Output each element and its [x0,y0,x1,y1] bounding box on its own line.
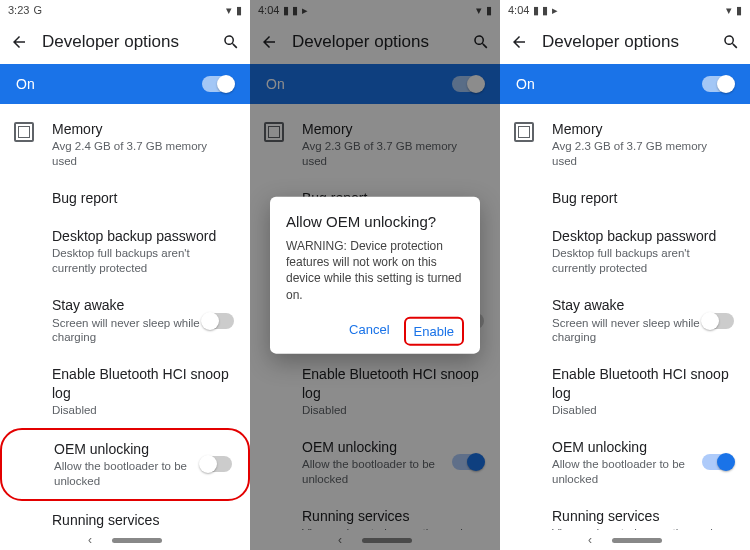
cancel-button[interactable]: Cancel [341,316,397,345]
wifi-icon: ▾ [726,4,732,17]
memory-chip-icon [14,122,34,142]
status-time: 3:23 [8,4,29,16]
master-toggle-bar[interactable]: On [500,64,750,104]
master-toggle[interactable] [202,76,234,92]
row-running[interactable]: Running servicesView and control current… [0,501,250,530]
stay-awake-toggle[interactable] [702,313,734,329]
row-stay-awake[interactable]: Stay awakeScreen will never sleep while … [500,286,750,355]
master-toggle-label: On [516,76,535,92]
status-bar: 3:23G ▾▮ [0,0,250,20]
stay-awake-toggle[interactable] [202,313,234,329]
back-icon[interactable] [10,33,28,51]
master-toggle-label: On [16,76,35,92]
battery-icon: ▮ [736,4,742,17]
master-toggle[interactable] [702,76,734,92]
oem-toggle[interactable] [702,454,734,470]
dialog-actions: Cancel Enable [286,316,464,345]
status-time: 4:04 [508,4,529,16]
row-bug-report[interactable]: Bug report [0,179,250,217]
row-hci[interactable]: Enable Bluetooth HCI snoop logDisabled [0,355,250,427]
row-bug-report[interactable]: Bug report [500,179,750,217]
row-running[interactable]: Running servicesView and control current… [500,497,750,530]
app-bar: Developer options [0,20,250,64]
nav-bar: ‹ [500,530,750,550]
row-backup[interactable]: Desktop backup passwordDesktop full back… [500,217,750,286]
nav-bar: ‹ [0,530,250,550]
memory-chip-icon [514,122,534,142]
row-memory[interactable]: MemoryAvg 2.3 GB of 3.7 GB memory used [500,110,750,179]
pane-dialog: 4:04▮ ▮ ▸ ▾▮ Developer options On Memory… [250,0,500,550]
search-icon[interactable] [722,33,740,51]
oem-toggle[interactable] [200,456,232,472]
nav-back-icon[interactable]: ‹ [88,533,92,547]
settings-list[interactable]: MemoryAvg 2.4 GB of 3.7 GB memory used B… [0,104,250,530]
back-icon[interactable] [510,33,528,51]
pane-after: 4:04▮ ▮ ▸ ▾▮ Developer options On Memory… [500,0,750,550]
row-stay-awake[interactable]: Stay awakeScreen will never sleep while … [0,286,250,355]
dialog-body: WARNING: Device protection features will… [286,238,464,303]
row-oem-unlocking[interactable]: OEM unlockingAllow the bootloader to be … [0,428,250,501]
g-icon: G [33,4,42,16]
page-title: Developer options [42,32,208,52]
row-memory[interactable]: MemoryAvg 2.4 GB of 3.7 GB memory used [0,110,250,179]
nav-home-pill[interactable] [112,538,162,543]
app-bar: Developer options [500,20,750,64]
pane-before: 3:23G ▾▮ Developer options On MemoryAvg … [0,0,250,550]
search-icon[interactable] [222,33,240,51]
page-title: Developer options [542,32,708,52]
nav-back-icon[interactable]: ‹ [588,533,592,547]
row-oem-unlocking[interactable]: OEM unlockingAllow the bootloader to be … [500,428,750,497]
enable-button[interactable]: Enable [404,316,464,345]
master-toggle-bar[interactable]: On [0,64,250,104]
status-bar: 4:04▮ ▮ ▸ ▾▮ [500,0,750,20]
row-backup[interactable]: Desktop backup passwordDesktop full back… [0,217,250,286]
wifi-icon: ▾ [226,4,232,17]
settings-list[interactable]: MemoryAvg 2.3 GB of 3.7 GB memory used B… [500,104,750,530]
battery-icon: ▮ [236,4,242,17]
status-icons: ▮ ▮ ▸ [533,4,557,17]
oem-dialog: Allow OEM unlocking? WARNING: Device pro… [270,197,480,354]
row-hci[interactable]: Enable Bluetooth HCI snoop logDisabled [500,355,750,427]
nav-home-pill[interactable] [612,538,662,543]
dialog-title: Allow OEM unlocking? [286,213,464,230]
